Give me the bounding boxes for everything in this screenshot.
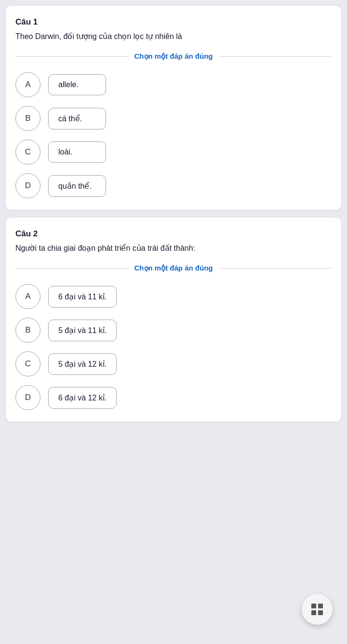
question-text-2: Người ta chia giai đoạn phát triển của t… xyxy=(15,243,332,254)
question-number-1: Câu 1 xyxy=(15,17,332,27)
option-circle-2-c: C xyxy=(15,351,40,376)
question-card-1: Câu 1Theo Darwin, đối tượng của chọn lọc… xyxy=(6,6,341,210)
options-list-2: A6 đại và 11 kỉ.B5 đại và 11 kỉ.C5 đại v… xyxy=(15,284,332,410)
option-circle-2-a: A xyxy=(15,284,40,309)
question-text-1: Theo Darwin, đối tượng của chọn lọc tự n… xyxy=(15,31,332,42)
option-row-2-c[interactable]: C5 đại và 12 kỉ. xyxy=(15,351,332,376)
option-circle-1-a: A xyxy=(15,72,40,97)
grid-icon xyxy=(311,604,323,615)
option-text-1-c: loài. xyxy=(48,142,106,163)
option-text-1-b: cá thể. xyxy=(48,108,106,129)
fab-grid-button[interactable] xyxy=(302,594,333,625)
question-card-2: Câu 2Người ta chia giai đoạn phát triển … xyxy=(6,218,341,422)
option-text-2-b: 5 đại và 11 kỉ. xyxy=(48,320,117,341)
option-circle-2-b: B xyxy=(15,318,40,343)
option-row-1-a[interactable]: Aallele. xyxy=(15,72,332,97)
divider-line-right xyxy=(219,268,332,269)
chooser-divider-2: Chọn một đáp án đúng xyxy=(15,264,332,272)
option-circle-1-d: D xyxy=(15,173,40,198)
option-text-1-d: quần thể. xyxy=(48,175,106,197)
divider-line-left xyxy=(15,56,129,57)
option-text-2-d: 6 đại và 12 kỉ. xyxy=(48,387,117,409)
option-text-2-c: 5 đại và 12 kỉ. xyxy=(48,353,117,375)
chooser-divider-1: Chọn một đáp án đúng xyxy=(15,52,332,61)
option-text-2-a: 6 đại và 11 kỉ. xyxy=(48,286,117,308)
chooser-label-1: Chọn một đáp án đúng xyxy=(129,52,219,61)
chooser-label-2: Chọn một đáp án đúng xyxy=(129,264,219,272)
option-text-1-a: allele. xyxy=(48,74,106,95)
option-row-1-d[interactable]: Dquần thể. xyxy=(15,173,332,198)
option-row-2-d[interactable]: D6 đại và 12 kỉ. xyxy=(15,385,332,410)
question-number-2: Câu 2 xyxy=(15,229,332,239)
divider-line-right xyxy=(219,56,332,57)
option-row-1-c[interactable]: Cloài. xyxy=(15,140,332,165)
option-circle-2-d: D xyxy=(15,385,40,410)
option-row-1-b[interactable]: Bcá thể. xyxy=(15,106,332,131)
option-circle-1-c: C xyxy=(15,140,40,165)
divider-line-left xyxy=(15,268,129,269)
option-row-2-b[interactable]: B5 đại và 11 kỉ. xyxy=(15,318,332,343)
options-list-1: Aallele.Bcá thể.Cloài.Dquần thể. xyxy=(15,72,332,198)
option-circle-1-b: B xyxy=(15,106,40,131)
option-row-2-a[interactable]: A6 đại và 11 kỉ. xyxy=(15,284,332,309)
